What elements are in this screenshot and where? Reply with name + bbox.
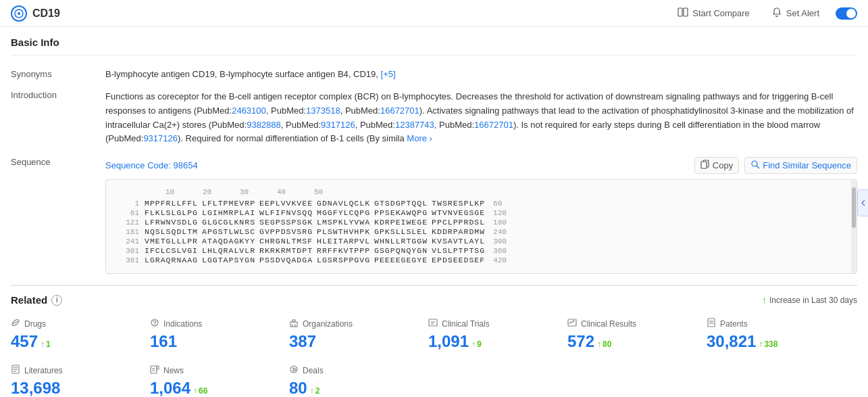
find-similar-icon (750, 160, 760, 171)
start-compare-button[interactable]: Start Compare (672, 4, 755, 22)
more-link[interactable]: More › (405, 133, 432, 143)
stat-trials-category: Clinical Trials (428, 318, 557, 329)
synonyms-more-link[interactable]: [+5] (381, 69, 396, 79)
stat-news-category: News (150, 365, 278, 376)
stat-lit-category: Literatures (11, 365, 139, 376)
synonyms-text: B-lymphocyte antigen CD19, B-lymphocyte … (105, 69, 381, 79)
introduction-value: Functions as coreceptor for the B-cell a… (105, 90, 857, 146)
sequence-viewer[interactable]: 10 20 30 40 50 1MPPFRLLFFLLFLTPMEVRPEEPL… (105, 179, 857, 274)
svg-rect-20 (708, 319, 715, 327)
pubmed-link-1[interactable]: 2463100 (232, 106, 266, 116)
svg-rect-27 (151, 366, 157, 373)
sequence-row: Sequence Sequence Code: 98654 Copy (11, 151, 857, 279)
stat-results-value: 572 ↑ 80 (567, 332, 696, 351)
copy-icon (700, 160, 710, 171)
svg-rect-28 (157, 366, 159, 369)
lit-icon (11, 365, 20, 376)
side-expand-button[interactable] (857, 189, 868, 216)
drugs-number: 457 (11, 332, 38, 351)
stat-clinical-results[interactable]: Clinical Results 572 ↑ 80 (567, 312, 696, 356)
copy-button[interactable]: Copy (694, 157, 739, 174)
patent-icon (707, 318, 716, 329)
related-info-icon[interactable]: i (51, 295, 62, 306)
svg-rect-2 (678, 8, 682, 16)
stat-results-label: Clinical Results (581, 319, 636, 329)
pubmed-link-2[interactable]: 1373518 (306, 106, 340, 116)
stat-trials-label: Clinical Trials (442, 319, 490, 329)
stat-literatures[interactable]: Literatures 13,698 (11, 359, 139, 397)
table-row: 121LFRWNVSDLGGLGCGLKNRSSEGPSSPSGKLMSPKLY… (114, 218, 848, 227)
pubmed-link-3[interactable]: 16672701 (380, 106, 419, 116)
deals-number: 80 (289, 379, 307, 397)
arrow-up-icon: ↑ (762, 295, 767, 306)
introduction-label: Introduction (11, 90, 105, 100)
svg-point-11 (154, 325, 155, 325)
svg-rect-13 (292, 320, 295, 322)
pubmed-link-4[interactable]: 9382888 (247, 120, 281, 130)
patents-increase: ↑ 338 (759, 340, 777, 349)
stat-patents-value: 30,821 ↑ 338 (707, 332, 835, 351)
stat-organizations-value: 387 (289, 332, 417, 351)
start-compare-label: Start Compare (692, 8, 750, 18)
stat-patents[interactable]: Patents 30,821 ↑ 338 (707, 312, 835, 356)
related-header: Related i ↑ Increase in Last 30 days (11, 285, 857, 312)
stat-drugs[interactable]: Drugs 457 ↑ 1 (11, 312, 139, 356)
pubmed-link-7[interactable]: 16672701 (474, 120, 513, 130)
stats-grid-2: Literatures 13,698 News 1,064 ↑ 66 (11, 359, 857, 397)
stat-indications-label: Indications (163, 319, 202, 329)
stat-news-value: 1,064 ↑ 66 (150, 379, 278, 397)
svg-rect-3 (684, 8, 688, 16)
arrow-up-icon: ↑ (193, 386, 197, 396)
arrow-up-icon: ↑ (471, 340, 476, 349)
stat-indications-value: 161 (150, 332, 278, 351)
stat-news[interactable]: News 1,064 ↑ 66 (150, 359, 278, 397)
indications-number: 161 (150, 332, 177, 351)
table-row: 361LGRAQRNAAGLGGTAPSYGNPSSDVQADGALGSRSPP… (114, 256, 848, 264)
header-right: Start Compare Set Alert (672, 4, 857, 22)
pubmed-link-8[interactable]: 9317126 (143, 133, 178, 143)
patents-number: 30,821 (707, 332, 756, 351)
header: CD19 Start Compare Set Alert (0, 0, 868, 27)
stat-deals-category: Deals (289, 365, 417, 376)
stat-organizations-category: Organizations (289, 318, 417, 329)
pubmed-link-6[interactable]: 12387743 (395, 120, 434, 130)
ruler-40: 40 (263, 188, 300, 196)
introduction-row: Introduction Functions as coreceptor for… (11, 85, 857, 151)
pubmed-link-5[interactable]: 9317126 (321, 120, 355, 130)
scrollbar-thumb (852, 187, 856, 228)
pill-icon (11, 318, 20, 329)
trials-increase: ↑ 9 (471, 340, 482, 349)
deals-increase: ↑ 2 (310, 386, 320, 396)
page-title: CD19 (32, 7, 60, 20)
ruler-20: 20 (188, 188, 226, 196)
stat-drugs-value: 457 ↑ 1 (11, 332, 139, 351)
stat-indications[interactable]: Indications 161 (150, 312, 278, 356)
svg-line-7 (757, 166, 759, 168)
sequence-content: Sequence Code: 98654 Copy (105, 157, 857, 274)
stat-organizations[interactable]: Organizations 387 (289, 312, 417, 356)
set-alert-button[interactable]: Set Alert (766, 4, 825, 22)
stat-organizations-label: Organizations (303, 319, 353, 329)
results-increase: ↑ 80 (597, 340, 611, 349)
find-similar-label: Find Similar Sequence (763, 160, 851, 170)
lit-number: 13,698 (11, 379, 60, 397)
alert-toggle[interactable] (836, 7, 857, 20)
sequence-code[interactable]: Sequence Code: 98654 (105, 160, 198, 170)
stat-clinical-trials[interactable]: Clinical Trials 1,091 ↑ 9 (428, 312, 557, 356)
stat-trials-value: 1,091 ↑ 9 (428, 332, 557, 351)
sequence-header: Sequence Code: 98654 Copy (105, 157, 857, 174)
sequence-scrollbar[interactable] (851, 180, 857, 273)
alert-icon (771, 7, 782, 20)
main-content: Basic Info Synonyms B-lymphocyte antigen… (0, 27, 868, 397)
stat-deals-value: 80 ↑ 2 (289, 379, 417, 397)
ruler-10: 10 (151, 188, 188, 196)
deals-icon (289, 365, 299, 376)
stat-indications-category: Indications (150, 318, 278, 329)
find-similar-button[interactable]: Find Similar Sequence (744, 157, 857, 174)
stat-deals[interactable]: Deals 80 ↑ 2 (289, 359, 417, 397)
org-icon (289, 318, 299, 329)
stat-patents-category: Patents (707, 318, 835, 329)
compare-icon (678, 7, 688, 20)
ruler-30: 30 (226, 188, 263, 196)
toggle-knob (846, 9, 856, 18)
